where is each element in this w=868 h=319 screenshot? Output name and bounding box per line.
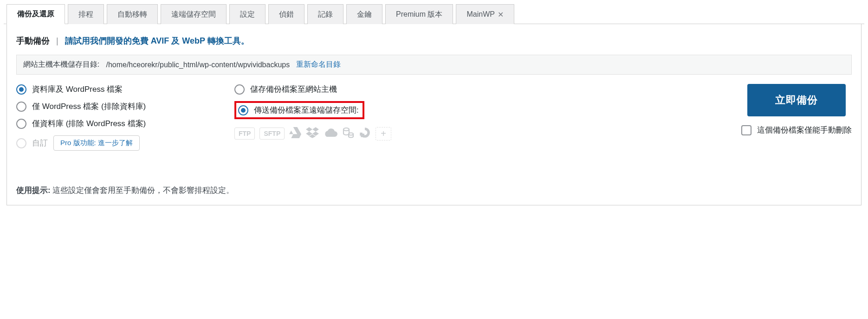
heading-row: 手動備份 | 請試用我們開發的免費 AVIF 及 WebP 轉換工具。 — [16, 35, 852, 46]
manual-delete-checkbox[interactable]: 這個備份檔案僅能手動刪除 — [741, 125, 852, 135]
radio-icon — [16, 102, 26, 112]
path-label: 網站主機本機儲存目錄: — [23, 60, 99, 70]
backup-content-options: 資料庫及 WordPress 檔案 僅 WordPress 檔案 (排除資料庫)… — [16, 84, 216, 157]
backup-destination-options: 儲存備份檔案至網站主機 傳送備份檔案至遠端儲存空間: FTP SFTP — [234, 84, 439, 140]
tab-backup-restore[interactable]: 備份及還原 — [6, 4, 65, 24]
tab-key[interactable]: 金鑰 — [346, 4, 382, 24]
dropbox-icon[interactable] — [306, 127, 319, 140]
radio-icon — [234, 84, 245, 95]
do-icon[interactable] — [359, 127, 371, 140]
gdrive-icon[interactable] — [289, 127, 301, 140]
radio-icon — [16, 138, 26, 148]
tabs-bar: 備份及還原 排程 自動移轉 遠端儲存空間 設定 偵錯 記錄 金鑰 Premium… — [4, 4, 864, 24]
radio-save-local[interactable]: 儲存備份檔案至網站主機 — [234, 84, 439, 95]
local-storage-path-bar: 網站主機本機儲存目錄: /home/hceorekr/public_html/w… — [16, 55, 852, 75]
radio-icon — [16, 84, 26, 95]
backup-action-col: 立即備份 這個備份檔案僅能手動刪除 — [741, 84, 852, 142]
radio-send-remote[interactable]: 傳送備份檔案至遠端儲存空間: — [238, 105, 359, 115]
rename-directory-link[interactable]: 重新命名目錄 — [296, 60, 341, 70]
add-storage-icon[interactable]: + — [376, 127, 391, 140]
manual-backup-title: 手動備份 — [16, 35, 50, 46]
radio-custom: 自訂 Pro 版功能: 進一步了解 — [16, 135, 216, 151]
path-value: /home/hceorekr/public_html/wp-content/wp… — [106, 61, 290, 69]
avif-webp-link[interactable]: 請試用我們開發的免費 AVIF 及 WebP 轉換工具。 — [65, 35, 249, 46]
radio-wp-only[interactable]: 僅 WordPress 檔案 (排除資料庫) — [16, 101, 216, 112]
s3-icon[interactable] — [342, 127, 354, 140]
usage-note: 使用提示: 這些設定僅會套用至手動備份，不會影響排程設定。 — [16, 185, 852, 196]
svg-point-0 — [343, 128, 349, 131]
checkbox-icon — [741, 125, 751, 135]
tab-mainwp[interactable]: MainWP ✕ — [456, 4, 514, 24]
remote-storage-icons: FTP SFTP + — [234, 127, 439, 140]
tab-settings[interactable]: 設定 — [229, 4, 266, 24]
sftp-icon[interactable]: SFTP — [259, 128, 285, 140]
tab-remote-storage[interactable]: 遠端儲存空間 — [161, 4, 227, 24]
radio-db-and-wp[interactable]: 資料庫及 WordPress 檔案 — [16, 84, 216, 95]
heading-divider: | — [56, 36, 58, 46]
backup-panel: 手動備份 | 請試用我們開發的免費 AVIF 及 WebP 轉換工具。 網站主機… — [6, 24, 862, 205]
radio-icon — [238, 105, 248, 115]
highlighted-option: 傳送備份檔案至遠端儲存空間: — [234, 101, 364, 119]
tab-premium[interactable]: Premium 版本 — [385, 4, 453, 24]
tab-schedule[interactable]: 排程 — [68, 4, 104, 24]
options-columns: 資料庫及 WordPress 檔案 僅 WordPress 檔案 (排除資料庫)… — [16, 84, 852, 157]
radio-icon — [16, 119, 26, 129]
tab-debug[interactable]: 偵錯 — [268, 4, 304, 24]
pro-feature-link[interactable]: Pro 版功能: 進一步了解 — [53, 135, 140, 151]
backup-now-button[interactable]: 立即備份 — [747, 84, 846, 116]
tab-auto-migration[interactable]: 自動移轉 — [107, 4, 158, 24]
close-icon[interactable]: ✕ — [498, 10, 504, 19]
onedrive-icon[interactable] — [324, 128, 337, 140]
tab-logs[interactable]: 記錄 — [307, 4, 343, 24]
radio-db-only[interactable]: 僅資料庫 (排除 WordPress 檔案) — [16, 118, 216, 129]
ftp-icon[interactable]: FTP — [234, 128, 255, 140]
